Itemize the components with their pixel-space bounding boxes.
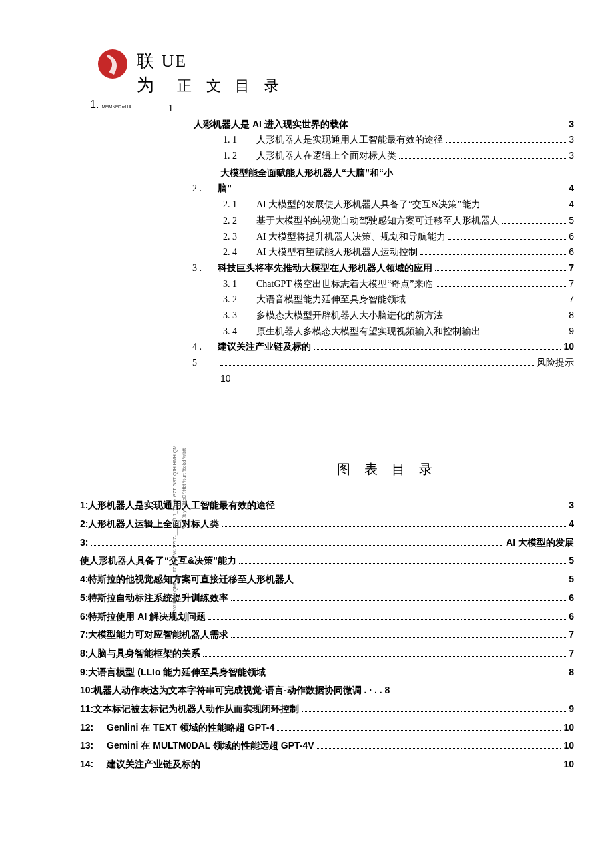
section-1-marker: 1. MMMNMRmHB (90, 97, 131, 113)
n: 6: (80, 610, 88, 624)
t: 机器人动作表达为文本字符串可完成视觉-语言-动作数据协同微调 . · . . 8 (93, 683, 390, 698)
s2-i1: 2. 1 AI 大模型的发展使人形机器人具备了“交互&决策”能力 4 (220, 197, 574, 212)
num: 2. 2 (220, 213, 256, 228)
t: 人形机器人运辑上全面对标人类 (88, 517, 219, 532)
s3-head: 3 . 科技巨头将率先推动大模型在人形机器人领域的应用 7 (192, 261, 574, 276)
num-1: 1. (90, 99, 99, 110)
s1-i2: 1. 2 人形机器人在逻辑上全面对标人类 3 (220, 149, 574, 163)
s2-head-b: 2 . 脑” 4 (192, 181, 574, 196)
leader (483, 334, 566, 334)
s1-title: 人彩机器人是 AI 进入现实世界的载体 (194, 117, 348, 132)
n: 11: (80, 702, 93, 717)
s2-head-a: 大模型能全面赋能人形机器人“大脑”和“小 (220, 166, 574, 181)
t: 人形机器人在逻辑上全面对标人类 (256, 149, 396, 163)
leader (483, 207, 567, 207)
t: 大模型能力可对应智能机器人需求 (88, 628, 228, 642)
s5-sub: 10 (220, 372, 574, 386)
fig-10: 10: 机器人动作表达为文本字符串可完成视觉-语言-动作数据协同微调 . · .… (80, 683, 574, 698)
fig-3b: 使人形机器人具备了“交互&决策”能力 5 (80, 554, 574, 568)
s4-title: 建议关注产业链及标的 (218, 340, 311, 354)
leader (296, 582, 566, 582)
leader (277, 730, 561, 731)
s2-num: 2 . (192, 181, 218, 196)
n: 4: (80, 572, 88, 587)
leader (317, 748, 561, 749)
s1-head: 人彩机器人是 AI 进入现实世界的载体 3 (194, 117, 574, 132)
t: 使人形机器人具备了“交互&决策”能力 (80, 554, 236, 568)
fig-3a: 3: AI 大模型的发展 (80, 536, 574, 550)
leader (208, 619, 566, 620)
leader (446, 318, 566, 318)
num: 2. 4 (220, 245, 256, 260)
fig-8: 8: 人脑与具身智能框架的关系 7 (80, 646, 574, 661)
t: AI 大模型有望赋能人形机器人运动控制 (256, 245, 418, 260)
n: 1: (80, 498, 88, 513)
intro-row: 1 (168, 101, 574, 116)
t: 建议关注产业链及标的 (107, 757, 200, 772)
n: 12: (80, 721, 107, 735)
n: 3: (80, 536, 88, 550)
brand-line2: 为 (137, 72, 154, 99)
watermark-b: GX/ HMH QM/ ___ TZ N X/ V/- TZ/ Z-___ EV… (172, 446, 182, 613)
t: 原生机器人多模态大模型有望实现视频输入和控制输出 (256, 324, 481, 339)
leader (278, 508, 566, 508)
leader (203, 656, 566, 657)
n: 8: (80, 646, 88, 661)
leader (435, 270, 566, 271)
p: 8 (569, 665, 574, 680)
t: 文本标记被去标记为机器人动作从而实现闭环控制 (93, 702, 299, 717)
fig-14: 14: 建议关注产业链及标的 10 (80, 757, 574, 772)
s3-i4: 3. 4 原生机器人多模态大模型有望实现视频输入和控制输出 9 (220, 324, 574, 339)
n: 5: (80, 591, 88, 606)
s3-i3: 3. 3 多模态大模型开辟机器人大小脑进化的新方法 8 (220, 308, 574, 323)
leader (351, 127, 566, 127)
num: 3. 4 (220, 324, 256, 339)
toc-title: 正 文 目 录 (177, 75, 284, 97)
tiny-code: MMMNMRmHB (102, 105, 131, 109)
leader (220, 365, 534, 366)
leader (408, 302, 566, 302)
p: 4 (569, 517, 574, 532)
s5-head: 5 风险提示 (192, 356, 574, 370)
watermark-a: %urt % yrt %tbC %tbt %urt %okd %tbft (182, 448, 191, 529)
p: 10 (563, 721, 574, 735)
num: 2. 1 (220, 197, 256, 212)
p: 9 (569, 324, 574, 339)
p: 4 (569, 197, 574, 212)
t: 人脑与具身智能框架的关系 (88, 646, 200, 661)
leader (446, 142, 566, 143)
p: 6 (569, 245, 574, 260)
leader (399, 158, 566, 159)
n: 9: (80, 665, 88, 680)
s2-title-a: 大模型能全面赋能人形机器人“大脑”和“小 (220, 166, 393, 181)
figs-title: 图 表 目 录 (200, 459, 574, 480)
p: 7 (569, 628, 574, 642)
n: 14: (80, 757, 107, 772)
t: Gemini 在 MULTM0DAL 领域的性能远超 GPT-4V (107, 739, 314, 753)
p: 3 (569, 149, 574, 163)
leader (314, 349, 561, 350)
p: 6 (569, 610, 574, 624)
p: 5 (569, 554, 574, 568)
leader (436, 286, 567, 287)
t: AI 大模型将提升机器人决策、规划和导航能力 (256, 230, 446, 244)
s2-i4: 2. 4 AI 大模型有望赋能人形机器人运动控制 6 (220, 245, 574, 260)
fig-12: 12: Genlini 在 TEXT 领域的性能略超 GPT-4 10 (80, 721, 574, 735)
s1-pg: 3 (569, 117, 574, 132)
p: 4 (569, 181, 574, 196)
leader (268, 675, 566, 675)
fig-1: 1: 人形机器人是实现通用人工智能最有效的途径 3 (80, 498, 574, 513)
n: 7: (80, 628, 88, 642)
fig-2: 2: 人形机器人运辑上全面对标人类 4 (80, 517, 574, 532)
n: 13: (80, 739, 107, 753)
num: 3. 3 (220, 308, 256, 323)
t: 特斯拉自动标注系统提升训练效率 (88, 591, 228, 606)
s2-i2: 2. 2 基于大模型的纯视觉自动驾驶感知方案可迁移至人形机器人 5 (220, 213, 574, 228)
leader (222, 526, 566, 527)
s3-title: 科技巨头将率先推动大模型在人形机器人领域的应用 (218, 261, 432, 276)
leader (448, 239, 566, 240)
t: Genlini 在 TEXT 领域的性能略超 GPT-4 (107, 721, 274, 735)
s4-head: 4 . 建议关注产业链及标的 10 (192, 340, 574, 354)
leader (302, 711, 566, 712)
figs-toc: 1: 人形机器人是实现通用人工智能最有效的途径 3 2: 人形机器人运辑上全面对… (80, 498, 574, 771)
